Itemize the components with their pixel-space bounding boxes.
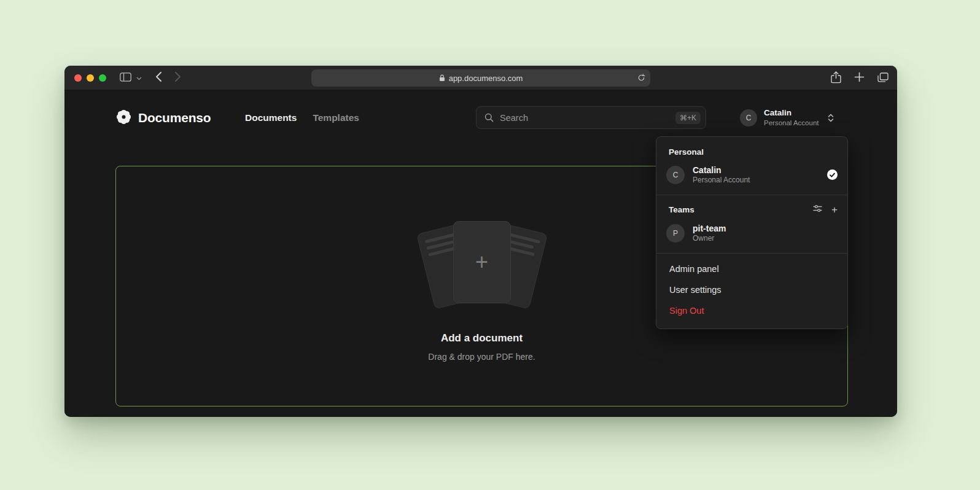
account-menu: Personal C Catalin Personal Account Team…	[656, 136, 848, 329]
menu-item-sign-out[interactable]: Sign Out	[656, 300, 847, 321]
create-team-button[interactable]: +	[831, 204, 838, 215]
menu-item-team[interactable]: P pit-team Owner	[656, 219, 847, 248]
personal-account-text: Catalin Personal Account	[693, 165, 750, 185]
nav-documents[interactable]: Documents	[245, 112, 297, 123]
share-icon	[831, 71, 841, 85]
team-name: pit-team	[693, 223, 726, 234]
address-bar[interactable]: app.documenso.com	[311, 69, 650, 87]
tabs-icon	[877, 72, 889, 84]
browser-titlebar: app.documenso.com	[64, 66, 897, 90]
menu-divider	[656, 253, 847, 254]
menu-item-admin-panel[interactable]: Admin panel	[656, 259, 847, 279]
close-window-button[interactable]	[74, 74, 82, 82]
reload-button[interactable]	[637, 74, 645, 84]
dropzone-subtitle: Drag & drop your PDF here.	[428, 352, 535, 362]
titlebar-right-controls	[831, 66, 889, 90]
avatar: C	[666, 166, 685, 184]
chevron-up-down-icon	[828, 113, 834, 123]
account-subtitle: Personal Account	[764, 119, 819, 127]
url-text: app.documenso.com	[449, 74, 523, 83]
sliders-icon	[813, 204, 822, 214]
brand-name: Documenso	[138, 111, 211, 125]
zoom-window-button[interactable]	[99, 74, 106, 82]
avatar: C	[740, 109, 757, 126]
manage-teams-button[interactable]	[813, 204, 822, 214]
team-avatar: P	[666, 224, 685, 243]
back-button[interactable]	[155, 71, 162, 84]
menu-divider	[656, 195, 847, 195]
reload-icon	[637, 74, 645, 84]
new-tab-button[interactable]	[854, 72, 865, 84]
dropzone-title: Add a document	[441, 332, 523, 344]
search-shortcut-badge: ⌘+K	[675, 112, 701, 124]
search-box: ⌘+K	[476, 106, 706, 129]
chevron-right-icon	[174, 71, 181, 84]
nav-templates[interactable]: Templates	[313, 112, 359, 123]
team-text: pit-team Owner	[693, 223, 726, 244]
plus-icon: +	[475, 251, 488, 273]
browser-window: app.documenso.com	[64, 66, 897, 417]
minimize-window-button[interactable]	[87, 74, 94, 82]
sidebar-toggle-button[interactable]	[120, 72, 131, 84]
documenso-logo-icon	[115, 109, 132, 128]
teams-label: Teams	[669, 205, 694, 214]
personal-account-name: Catalin	[693, 165, 750, 176]
menu-item-user-settings[interactable]: User settings	[656, 279, 847, 300]
main-nav: Documents Templates	[245, 106, 359, 130]
menu-section-personal: Personal	[656, 143, 847, 160]
search-icon	[484, 113, 494, 122]
personal-account-subtitle: Personal Account	[693, 176, 750, 185]
illustration-card-center: +	[453, 221, 511, 303]
chevron-down-icon	[136, 73, 142, 82]
tab-overview-button[interactable]	[877, 72, 889, 84]
team-subtitle: Owner	[693, 234, 726, 244]
forward-button[interactable]	[174, 71, 181, 84]
documents-illustration: +	[418, 218, 546, 310]
lock-icon	[439, 74, 445, 82]
menu-section-teams: Teams +	[656, 200, 847, 219]
sidebar-icon	[120, 72, 131, 84]
chevron-left-icon	[155, 71, 162, 84]
brand-link[interactable]: Documenso	[115, 106, 211, 130]
account-text: Catalin Personal Account	[764, 108, 819, 127]
teams-actions: +	[813, 204, 838, 215]
traffic-lights	[74, 74, 106, 82]
menu-item-personal-account[interactable]: C Catalin Personal Account	[656, 160, 847, 190]
share-button[interactable]	[831, 71, 841, 85]
plus-icon	[854, 72, 865, 84]
search-input[interactable]	[500, 113, 675, 123]
app-page: Documenso Documents Templates ⌘+K C Cata…	[64, 90, 897, 417]
account-name: Catalin	[764, 108, 819, 119]
sidebar-menu-chevron-button[interactable]	[136, 73, 142, 82]
account-menu-trigger[interactable]: C Catalin Personal Account	[740, 108, 834, 127]
plus-icon: +	[831, 204, 838, 215]
selected-check-icon	[827, 169, 838, 180]
